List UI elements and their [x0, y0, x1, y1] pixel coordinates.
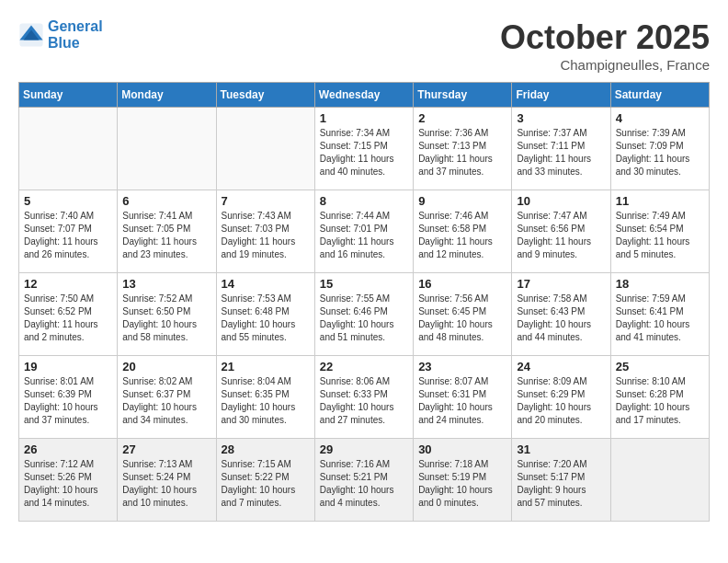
calendar-cell: 5Sunrise: 7:40 AM Sunset: 7:07 PM Daylig…: [19, 190, 118, 273]
calendar-cell: 4Sunrise: 7:39 AM Sunset: 7:09 PM Daylig…: [610, 108, 709, 190]
day-number: 27: [122, 442, 210, 456]
day-number: 16: [418, 277, 506, 291]
day-number: 19: [24, 360, 112, 373]
calendar-cell: 12Sunrise: 7:50 AM Sunset: 6:52 PM Dayli…: [19, 273, 118, 356]
week-row-2: 12Sunrise: 7:50 AM Sunset: 6:52 PM Dayli…: [19, 273, 710, 356]
calendar-cell: 6Sunrise: 7:41 AM Sunset: 7:05 PM Daylig…: [118, 190, 216, 273]
calendar-cell: [216, 108, 314, 190]
day-detail: Sunrise: 7:20 AM Sunset: 5:17 PM Dayligh…: [517, 458, 605, 510]
calendar-cell: 8Sunrise: 7:44 AM Sunset: 7:01 PM Daylig…: [314, 190, 413, 273]
day-number: 14: [222, 277, 310, 291]
calendar-cell: 22Sunrise: 8:06 AM Sunset: 6:33 PM Dayli…: [314, 356, 413, 439]
day-detail: Sunrise: 7:52 AM Sunset: 6:50 PM Dayligh…: [122, 293, 210, 344]
col-header-saturday: Saturday: [610, 83, 709, 108]
day-detail: Sunrise: 8:09 AM Sunset: 6:29 PM Dayligh…: [517, 375, 605, 427]
month-title: October 2025: [500, 18, 710, 57]
day-detail: Sunrise: 7:12 AM Sunset: 5:26 PM Dayligh…: [24, 458, 112, 510]
calendar-cell: 27Sunrise: 7:13 AM Sunset: 5:24 PM Dayli…: [118, 439, 216, 522]
day-detail: Sunrise: 7:34 AM Sunset: 7:15 PM Dayligh…: [320, 127, 408, 178]
day-number: 13: [122, 277, 210, 291]
calendar-cell: [19, 108, 118, 190]
day-detail: Sunrise: 7:15 AM Sunset: 5:22 PM Dayligh…: [222, 458, 310, 510]
day-number: 23: [418, 360, 506, 373]
calendar-cell: 25Sunrise: 8:10 AM Sunset: 6:28 PM Dayli…: [610, 356, 709, 439]
calendar-cell: 29Sunrise: 7:16 AM Sunset: 5:21 PM Dayli…: [314, 439, 413, 522]
day-detail: Sunrise: 7:40 AM Sunset: 7:07 PM Dayligh…: [24, 210, 112, 261]
day-detail: Sunrise: 7:41 AM Sunset: 7:05 PM Dayligh…: [122, 210, 210, 261]
day-detail: Sunrise: 8:07 AM Sunset: 6:31 PM Dayligh…: [418, 375, 506, 427]
day-detail: Sunrise: 7:39 AM Sunset: 7:09 PM Dayligh…: [616, 127, 704, 178]
day-detail: Sunrise: 7:49 AM Sunset: 6:54 PM Dayligh…: [616, 210, 704, 261]
day-number: 5: [24, 194, 112, 208]
day-detail: Sunrise: 7:50 AM Sunset: 6:52 PM Dayligh…: [24, 293, 112, 344]
day-detail: Sunrise: 7:36 AM Sunset: 7:13 PM Dayligh…: [418, 127, 506, 178]
day-number: 15: [320, 277, 408, 291]
week-row-1: 5Sunrise: 7:40 AM Sunset: 7:07 PM Daylig…: [19, 190, 710, 273]
day-number: 6: [122, 194, 210, 208]
day-detail: Sunrise: 8:01 AM Sunset: 6:39 PM Dayligh…: [24, 375, 112, 427]
day-number: 25: [616, 360, 704, 373]
week-row-0: 1Sunrise: 7:34 AM Sunset: 7:15 PM Daylig…: [19, 108, 710, 190]
day-number: 18: [616, 277, 704, 291]
day-number: 4: [616, 111, 704, 125]
page-header: General Blue October 2025 Champigneulles…: [18, 18, 710, 73]
day-detail: Sunrise: 7:56 AM Sunset: 6:45 PM Dayligh…: [418, 293, 506, 344]
calendar-cell: 2Sunrise: 7:36 AM Sunset: 7:13 PM Daylig…: [414, 108, 512, 190]
week-row-4: 26Sunrise: 7:12 AM Sunset: 5:26 PM Dayli…: [19, 439, 710, 522]
location: Champigneulles, France: [500, 57, 710, 73]
day-detail: Sunrise: 7:43 AM Sunset: 7:03 PM Dayligh…: [222, 210, 310, 261]
day-detail: Sunrise: 7:53 AM Sunset: 6:48 PM Dayligh…: [222, 293, 310, 344]
calendar-cell: 18Sunrise: 7:59 AM Sunset: 6:41 PM Dayli…: [610, 273, 709, 356]
calendar-cell: [118, 108, 216, 190]
day-detail: Sunrise: 8:10 AM Sunset: 6:28 PM Dayligh…: [616, 375, 704, 427]
day-detail: Sunrise: 7:58 AM Sunset: 6:43 PM Dayligh…: [517, 293, 605, 344]
day-number: 29: [320, 442, 408, 456]
day-detail: Sunrise: 8:04 AM Sunset: 6:35 PM Dayligh…: [222, 375, 310, 427]
calendar-cell: 17Sunrise: 7:58 AM Sunset: 6:43 PM Dayli…: [512, 273, 610, 356]
calendar-cell: 19Sunrise: 8:01 AM Sunset: 6:39 PM Dayli…: [19, 356, 118, 439]
day-detail: Sunrise: 7:18 AM Sunset: 5:19 PM Dayligh…: [418, 458, 506, 510]
calendar-cell: 28Sunrise: 7:15 AM Sunset: 5:22 PM Dayli…: [216, 439, 314, 522]
col-header-monday: Monday: [118, 83, 216, 108]
day-number: 17: [517, 277, 605, 291]
logo: General Blue: [18, 18, 103, 52]
title-block: October 2025 Champigneulles, France: [500, 18, 710, 73]
day-detail: Sunrise: 7:44 AM Sunset: 7:01 PM Dayligh…: [320, 210, 408, 261]
day-number: 9: [418, 194, 506, 208]
calendar-cell: 31Sunrise: 7:20 AM Sunset: 5:17 PM Dayli…: [512, 439, 610, 522]
calendar-cell: 10Sunrise: 7:47 AM Sunset: 6:56 PM Dayli…: [512, 190, 610, 273]
calendar-cell: 11Sunrise: 7:49 AM Sunset: 6:54 PM Dayli…: [610, 190, 709, 273]
col-header-sunday: Sunday: [19, 83, 118, 108]
day-detail: Sunrise: 7:37 AM Sunset: 7:11 PM Dayligh…: [517, 127, 605, 178]
week-row-3: 19Sunrise: 8:01 AM Sunset: 6:39 PM Dayli…: [19, 356, 710, 439]
day-detail: Sunrise: 7:46 AM Sunset: 6:58 PM Dayligh…: [418, 210, 506, 261]
col-header-wednesday: Wednesday: [314, 83, 413, 108]
day-number: 22: [320, 360, 408, 373]
day-detail: Sunrise: 8:02 AM Sunset: 6:37 PM Dayligh…: [122, 375, 210, 427]
day-number: 28: [222, 442, 310, 456]
logo-general: General: [48, 18, 103, 35]
calendar-cell: 26Sunrise: 7:12 AM Sunset: 5:26 PM Dayli…: [19, 439, 118, 522]
calendar-cell: 13Sunrise: 7:52 AM Sunset: 6:50 PM Dayli…: [118, 273, 216, 356]
calendar-header-row: SundayMondayTuesdayWednesdayThursdayFrid…: [19, 83, 710, 108]
day-number: 30: [418, 442, 506, 456]
col-header-friday: Friday: [512, 83, 610, 108]
calendar-cell: 20Sunrise: 8:02 AM Sunset: 6:37 PM Dayli…: [118, 356, 216, 439]
calendar-cell: 16Sunrise: 7:56 AM Sunset: 6:45 PM Dayli…: [414, 273, 512, 356]
calendar-table: SundayMondayTuesdayWednesdayThursdayFrid…: [18, 82, 710, 522]
calendar-cell: 24Sunrise: 8:09 AM Sunset: 6:29 PM Dayli…: [512, 356, 610, 439]
day-number: 20: [122, 360, 210, 373]
day-number: 7: [222, 194, 310, 208]
day-number: 26: [24, 442, 112, 456]
day-number: 8: [320, 194, 408, 208]
day-number: 31: [517, 442, 605, 456]
logo-icon: [18, 22, 44, 48]
day-detail: Sunrise: 8:06 AM Sunset: 6:33 PM Dayligh…: [320, 375, 408, 427]
calendar-cell: 3Sunrise: 7:37 AM Sunset: 7:11 PM Daylig…: [512, 108, 610, 190]
day-detail: Sunrise: 7:59 AM Sunset: 6:41 PM Dayligh…: [616, 293, 704, 344]
calendar-cell: 7Sunrise: 7:43 AM Sunset: 7:03 PM Daylig…: [216, 190, 314, 273]
logo-blue: Blue: [48, 35, 103, 52]
calendar-cell: 30Sunrise: 7:18 AM Sunset: 5:19 PM Dayli…: [414, 439, 512, 522]
day-detail: Sunrise: 7:55 AM Sunset: 6:46 PM Dayligh…: [320, 293, 408, 344]
day-number: 21: [222, 360, 310, 373]
